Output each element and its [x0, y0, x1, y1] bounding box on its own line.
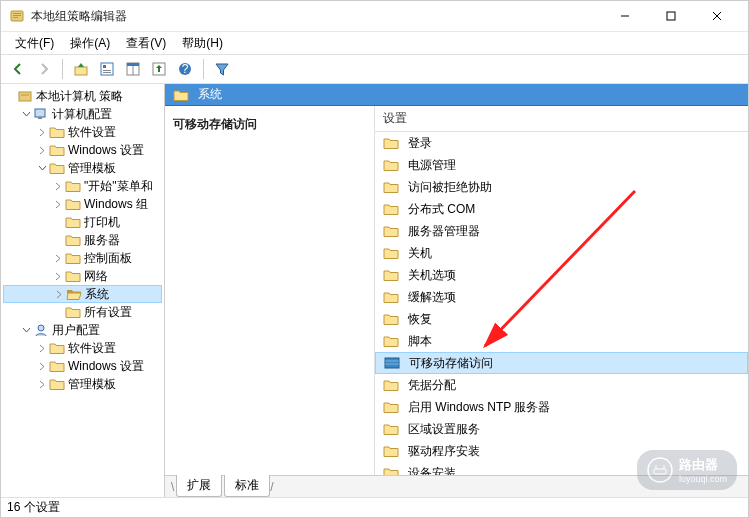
help-icon[interactable]: ? [174, 58, 196, 80]
tree-node-12[interactable]: 所有设置 [3, 303, 162, 321]
folder-icon [383, 378, 399, 392]
list-item[interactable]: 服务器管理器 [375, 220, 748, 242]
tree-label: 系统 [85, 286, 109, 302]
filter-icon[interactable] [211, 58, 233, 80]
tree-node-6[interactable]: Windows 组 [3, 195, 162, 213]
window-title: 本地组策略编辑器 [31, 8, 602, 25]
chevron-right-icon[interactable] [51, 251, 65, 265]
chevron-down-icon[interactable] [19, 323, 33, 337]
chevron-right-icon[interactable] [35, 125, 49, 139]
list-item[interactable]: 启用 Windows NTP 服务器 [375, 396, 748, 418]
folder-icon [49, 161, 65, 175]
minimize-button[interactable] [602, 1, 648, 32]
svg-text:?: ? [182, 62, 189, 76]
up-icon[interactable] [70, 58, 92, 80]
menu-0[interactable]: 文件(F) [7, 33, 62, 54]
list-item[interactable]: 电源管理 [375, 154, 748, 176]
chevron-right-icon[interactable] [51, 269, 65, 283]
tree-node-9[interactable]: 控制面板 [3, 249, 162, 267]
tree-spacer [51, 305, 65, 319]
tree-label: "开始"菜单和 [84, 177, 153, 195]
tree-label: 打印机 [84, 213, 120, 231]
list-item[interactable]: 可移动存储访问 [375, 352, 748, 374]
chevron-right-icon[interactable] [35, 143, 49, 157]
tree-node-3[interactable]: Windows 设置 [3, 141, 162, 159]
chevron-right-icon[interactable] [35, 359, 49, 373]
list-item[interactable]: 区域设置服务 [375, 418, 748, 440]
list-item-label: 电源管理 [408, 157, 456, 174]
tree-node-0[interactable]: 本地计算机 策略 [3, 87, 162, 105]
menubar: 文件(F)操作(A)查看(V)帮助(H) [1, 32, 748, 54]
maximize-button[interactable] [648, 1, 694, 32]
list-item-label: 启用 Windows NTP 服务器 [408, 399, 550, 416]
menu-1[interactable]: 操作(A) [62, 33, 118, 54]
list-item[interactable]: 关机选项 [375, 264, 748, 286]
tree-node-8[interactable]: 服务器 [3, 231, 162, 249]
list-item[interactable]: 脚本 [375, 330, 748, 352]
list-pane[interactable]: 设置 登录电源管理访问被拒绝协助分布式 COM服务器管理器关机关机选项缓解选项恢… [375, 106, 748, 475]
tree-label: 软件设置 [68, 123, 116, 141]
svg-rect-12 [103, 72, 111, 73]
tree-label: Windows 组 [84, 195, 148, 213]
folder-open-icon [66, 287, 82, 301]
tree-node-5[interactable]: "开始"菜单和 [3, 177, 162, 195]
tree-label: 服务器 [84, 231, 120, 249]
svg-rect-30 [654, 469, 666, 474]
list-item-label: 设备安装 [408, 465, 456, 476]
tree-node-11[interactable]: 系统 [3, 285, 162, 303]
tree-node-13[interactable]: 用户配置 [3, 321, 162, 339]
folder-icon [49, 377, 65, 391]
tree-label: Windows 设置 [68, 141, 144, 159]
tree-view[interactable]: 本地计算机 策略计算机配置软件设置Windows 设置管理模板"开始"菜单和Wi… [1, 84, 165, 497]
special-folder-icon [384, 356, 400, 370]
tree-node-15[interactable]: Windows 设置 [3, 357, 162, 375]
tree-node-2[interactable]: 软件设置 [3, 123, 162, 141]
list-item-label: 关机选项 [408, 267, 456, 284]
tree-label: 计算机配置 [52, 105, 112, 123]
tree-node-10[interactable]: 网络 [3, 267, 162, 285]
watermark-brand: 路由器 [679, 456, 727, 474]
main: 本地计算机 策略计算机配置软件设置Windows 设置管理模板"开始"菜单和Wi… [1, 84, 748, 497]
chevron-right-icon[interactable] [51, 197, 65, 211]
toolbar-separator [62, 59, 63, 79]
menu-2[interactable]: 查看(V) [118, 33, 174, 54]
list-item[interactable]: 访问被拒绝协助 [375, 176, 748, 198]
chevron-right-icon[interactable] [51, 179, 65, 193]
svg-rect-22 [38, 117, 42, 119]
list-item[interactable]: 缓解选项 [375, 286, 748, 308]
tab-1[interactable]: 标准 [224, 475, 270, 497]
tab-0[interactable]: 扩展 [176, 475, 222, 497]
svg-point-23 [38, 325, 44, 331]
chevron-down-icon[interactable] [35, 161, 49, 175]
toolbar: ? [1, 54, 748, 84]
list-item[interactable]: 凭据分配 [375, 374, 748, 396]
computer-icon [33, 107, 49, 121]
properties-icon[interactable] [96, 58, 118, 80]
tree-node-7[interactable]: 打印机 [3, 213, 162, 231]
forward-icon[interactable] [33, 58, 55, 80]
svg-point-29 [648, 458, 672, 482]
tree-node-4[interactable]: 管理模板 [3, 159, 162, 177]
tree-node-16[interactable]: 管理模板 [3, 375, 162, 393]
tree-node-14[interactable]: 软件设置 [3, 339, 162, 357]
details-icon[interactable] [122, 58, 144, 80]
folder-icon [383, 400, 399, 414]
export-icon[interactable] [148, 58, 170, 80]
list-item[interactable]: 关机 [375, 242, 748, 264]
list-item[interactable]: 分布式 COM [375, 198, 748, 220]
close-button[interactable] [694, 1, 740, 32]
chevron-right-icon[interactable] [35, 377, 49, 391]
back-icon[interactable] [7, 58, 29, 80]
toolbar-separator [203, 59, 204, 79]
folder-icon [383, 224, 399, 238]
svg-rect-2 [13, 15, 21, 16]
column-header[interactable]: 设置 [375, 106, 748, 132]
list-item[interactable]: 登录 [375, 132, 748, 154]
svg-rect-10 [103, 65, 106, 68]
tree-node-1[interactable]: 计算机配置 [3, 105, 162, 123]
chevron-down-icon[interactable] [19, 107, 33, 121]
menu-3[interactable]: 帮助(H) [174, 33, 231, 54]
chevron-right-icon[interactable] [52, 287, 66, 301]
chevron-right-icon[interactable] [35, 341, 49, 355]
list-item[interactable]: 恢复 [375, 308, 748, 330]
